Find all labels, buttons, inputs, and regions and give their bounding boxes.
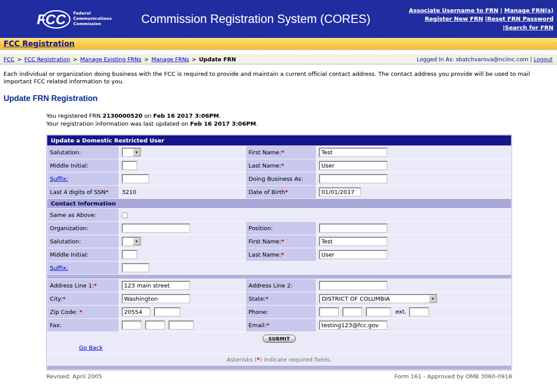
page-header-title: Commission Registration System (CORES) <box>112 12 409 26</box>
header-nav: Associate Username to FRN | Manage FRN(s… <box>409 6 553 32</box>
fax-input-2[interactable] <box>145 321 165 330</box>
required-asterisk: * <box>266 295 269 302</box>
phone-input-2[interactable] <box>342 307 362 317</box>
salutation-label: Salutation: <box>50 149 81 156</box>
last-name-input-1[interactable] <box>319 161 388 170</box>
same-as-above-checkbox[interactable] <box>122 213 128 218</box>
link-reset-frn-password[interactable]: Reset FRN Password <box>487 15 553 22</box>
required-asterisk: * <box>266 322 269 329</box>
salutation-select-2[interactable]: ▼ <box>122 237 141 246</box>
table-row: Suffix: <box>47 261 511 274</box>
submit-row: SUBMIT Go Back <box>47 332 511 354</box>
breadcrumb-link-manage-existing-frns[interactable]: Manage Existing FRNs <box>80 56 142 63</box>
suffix-link-2[interactable]: Suffix: <box>50 265 68 271</box>
fax-input-1[interactable] <box>122 321 142 330</box>
link-manage-frns[interactable]: Manage FRN(s) <box>504 7 553 14</box>
first-name-label: First Name: <box>248 238 281 245</box>
table-row: Zip Code: * Phone: ext. <box>47 306 511 318</box>
logged-in-as-label: Logged In As: <box>417 56 454 63</box>
first-name-input-2[interactable] <box>319 237 388 246</box>
go-back-link[interactable]: Go Back <box>79 344 103 351</box>
chevron-down-icon: ▼ <box>133 238 140 245</box>
suffix-input-1[interactable] <box>122 174 149 183</box>
middle-initial-label: Middle Initial: <box>50 162 88 169</box>
fcc-logo-text: FCC <box>37 11 66 27</box>
omb-form-approval: Form 161 - Approved by OMB 3060-0918 <box>394 373 512 380</box>
middle-initial-input-1[interactable] <box>122 161 137 170</box>
section-divider <box>47 275 511 279</box>
phone-input-1[interactable] <box>319 307 339 317</box>
spacer <box>0 50 557 54</box>
bottom-bar-row <box>47 366 511 370</box>
link-search-for-frn[interactable]: Search for FRN <box>505 24 553 31</box>
organization-label: Organization: <box>50 225 89 231</box>
table-row: Last 4 digits of SSN* 3210 Date of Birth… <box>47 186 511 198</box>
last-updated-date: Feb 16 2017 3:06PM <box>190 120 256 127</box>
section-title-contact-information: Contact Information <box>47 199 511 208</box>
table-section-header-row: Contact Information <box>47 199 511 208</box>
table-row: Salutation: ▼ First Name:* <box>47 235 511 248</box>
zip-input-1[interactable] <box>122 307 151 317</box>
city-input[interactable] <box>122 294 190 303</box>
first-name-input-1[interactable] <box>319 148 388 157</box>
phone-label: Phone: <box>248 309 268 315</box>
zip-input-2[interactable] <box>154 307 181 317</box>
phone-input-3[interactable] <box>366 307 391 317</box>
suffix-link-1[interactable]: Suffix: <box>50 175 68 182</box>
required-asterisk: * <box>105 189 109 195</box>
link-associate-username-to-frn[interactable]: Associate Username to FRN <box>409 7 498 14</box>
date-of-birth-input[interactable] <box>319 187 361 197</box>
city-label: City: <box>50 295 63 302</box>
breadcrumb-separator: > <box>192 56 196 63</box>
registration-line-1: You registered FRN 2130000520 on Feb 16 … <box>46 112 557 120</box>
breadcrumb: FCC > FCC Registration > Manage Existing… <box>4 56 236 63</box>
last-name-label: Last Name: <box>248 251 281 258</box>
address-line1-input[interactable] <box>122 281 190 290</box>
state-select[interactable]: DISTRICT OF COLUMBIA ▼ <box>319 294 437 303</box>
last-name-label: Last Name: <box>248 162 281 169</box>
fax-input-3[interactable] <box>169 321 194 330</box>
table-bottom-bar <box>47 366 511 370</box>
last-name-input-2[interactable] <box>319 250 388 259</box>
table-row: City:* State:* DISTRICT OF COLUMBIA ▼ <box>47 292 511 305</box>
table-row: Suffix: Doing Business As: <box>47 172 511 185</box>
suffix-input-2[interactable] <box>122 263 149 273</box>
doing-business-as-input[interactable] <box>319 174 388 183</box>
session-info: Logged In As: sbatchvarova@nciinc.com | … <box>417 56 553 63</box>
organization-input[interactable] <box>122 224 190 233</box>
table-section-header-row: Update a Domestic Restricted User <box>47 135 511 146</box>
fcc-logo-block: FCC Federal Communications Commission <box>34 7 112 30</box>
breadcrumb-separator: > <box>73 56 77 63</box>
address-line2-label: Address Line 2: <box>248 282 293 289</box>
pipe-separator: | <box>500 7 502 14</box>
middle-initial-input-2[interactable] <box>122 250 137 259</box>
required-asterisk: * <box>79 309 83 315</box>
same-as-above-label: Same as Above: <box>50 212 96 218</box>
table-row: Middle Initial: Last Name:* <box>47 159 511 172</box>
phone-ext-input[interactable] <box>409 307 429 317</box>
fcc-logo-icon: FCC <box>34 7 72 30</box>
ssn-value: 3210 <box>122 189 136 195</box>
fcc-registration-banner-link[interactable]: FCC Registration <box>4 39 75 48</box>
logout-link[interactable]: Logout <box>534 56 553 63</box>
address-line2-input[interactable] <box>319 281 388 290</box>
breadcrumb-link-manage-frns[interactable]: Manage FRNs <box>151 56 189 63</box>
page-title: Update FRN Registration <box>4 94 557 103</box>
required-asterisk: * <box>285 189 288 195</box>
state-selected-value: DISTRICT OF COLUMBIA <box>320 295 429 302</box>
section-title-domestic-restricted-user: Update a Domestic Restricted User <box>47 135 511 146</box>
link-register-new-frn[interactable]: Register New FRN <box>425 15 483 22</box>
page-footer: Revised: April 2005 Form 161 - Approved … <box>46 373 512 380</box>
fcc-logo-subtext: Federal Communications Commission <box>73 11 112 26</box>
frn-number: 2130000520 <box>102 112 142 119</box>
email-input[interactable] <box>319 321 388 330</box>
salutation-select-1[interactable]: ▼ <box>122 148 141 157</box>
table-row: Same as Above: <box>47 209 511 221</box>
submit-button[interactable]: SUBMIT <box>263 335 296 343</box>
first-name-label: First Name: <box>248 149 281 156</box>
position-input[interactable] <box>319 224 388 233</box>
required-asterisk: * <box>94 282 97 289</box>
required-asterisk: * <box>281 238 284 245</box>
breadcrumb-link-fcc-registration[interactable]: FCC Registration <box>24 56 70 63</box>
breadcrumb-link-fcc[interactable]: FCC <box>4 56 15 63</box>
